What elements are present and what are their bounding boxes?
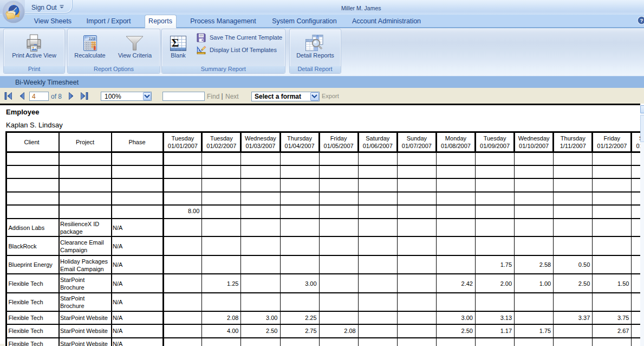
svg-text:?: ? bbox=[640, 17, 643, 23]
svg-text:123: 123 bbox=[89, 37, 95, 41]
svg-text:Σ: Σ bbox=[172, 36, 179, 49]
